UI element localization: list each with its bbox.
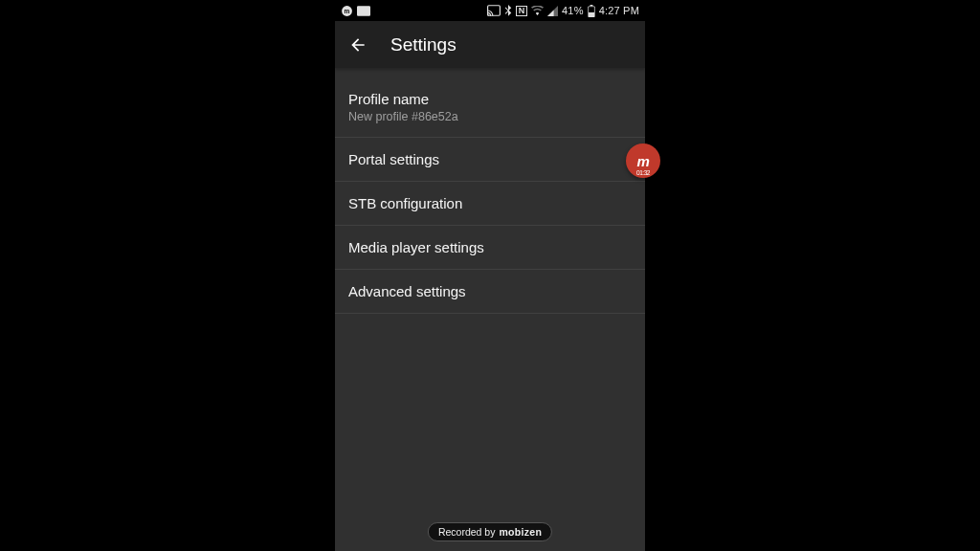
- mail-icon: [357, 6, 370, 16]
- settings-list: Profile name New profile #86e52a Portal …: [335, 68, 645, 314]
- clock: 4:27 PM: [599, 5, 639, 16]
- svg-text:m: m: [345, 7, 350, 13]
- recorded-by-brand: mobizen: [499, 526, 542, 538]
- recorded-by-tag: Recorded by mobizen: [428, 522, 552, 541]
- row-stb-configuration[interactable]: STB configuration: [335, 182, 645, 226]
- row-portal-settings[interactable]: Portal settings: [335, 138, 645, 182]
- svg-rect-5: [589, 7, 594, 12]
- status-bar: m N 41% 4:27 PM: [335, 0, 645, 21]
- row-media-player-settings[interactable]: Media player settings: [335, 226, 645, 270]
- row-subtitle: New profile #86e52a: [348, 110, 632, 123]
- row-title: Profile name: [348, 91, 632, 107]
- wifi-icon: [531, 6, 544, 15]
- row-title: STB configuration: [348, 195, 632, 211]
- nfc-icon: N: [516, 6, 527, 16]
- arrow-back-icon: [348, 35, 368, 55]
- row-title: Advanced settings: [348, 283, 632, 299]
- signal-icon: [547, 6, 558, 16]
- phone-frame: m N 41% 4:27 PM: [335, 0, 645, 551]
- app-bar: Settings: [335, 21, 645, 68]
- page-title: Settings: [390, 34, 457, 55]
- recorder-bubble[interactable]: m: [626, 143, 660, 178]
- svg-rect-4: [590, 5, 592, 6]
- battery-icon: [588, 5, 595, 17]
- cast-icon: [487, 5, 501, 16]
- battery-percent: 41%: [562, 5, 584, 16]
- row-title: Media player settings: [348, 239, 632, 255]
- bluetooth-icon: [504, 5, 512, 17]
- recorded-by-prefix: Recorded by: [438, 526, 496, 538]
- back-button[interactable]: [343, 30, 373, 60]
- row-advanced-settings[interactable]: Advanced settings: [335, 270, 645, 314]
- app-badge-icon: m: [341, 5, 353, 17]
- row-title: Portal settings: [348, 151, 632, 167]
- row-profile-name[interactable]: Profile name New profile #86e52a: [335, 77, 645, 138]
